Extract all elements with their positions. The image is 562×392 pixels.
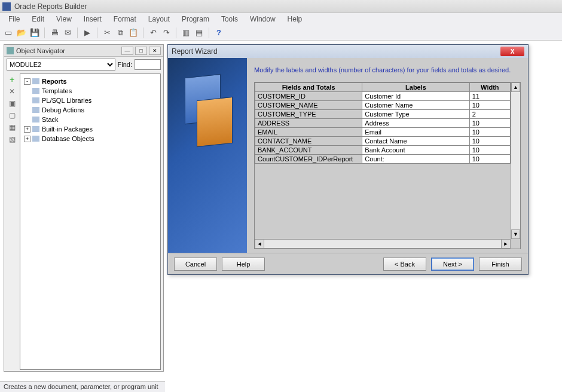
back-button[interactable]: < Back	[383, 258, 426, 271]
help-icon[interactable]: ?	[213, 27, 225, 39]
tree-item[interactable]: +Built-in Packages	[22, 124, 159, 134]
minimize-icon[interactable]: —	[121, 47, 133, 55]
navigator-tree[interactable]: -ReportsTemplatesPL/SQL LibrariesDebug A…	[20, 74, 161, 370]
app-title: Oracle Reports Builder	[14, 2, 87, 11]
wizard-titlebar: Report Wizard X	[168, 45, 528, 58]
table-row[interactable]: CUSTOMER_TYPECustomer Type2	[255, 110, 511, 119]
scroll-right-icon[interactable]: ►	[501, 239, 511, 249]
close-icon[interactable]: ✕	[149, 47, 161, 55]
cell-width[interactable]: 10	[469, 137, 510, 146]
add-icon[interactable]: +	[7, 75, 17, 84]
navigator-title: Object Navigator	[16, 47, 120, 54]
table-row[interactable]: CUSTOMER_IDCustomer Id11	[255, 92, 511, 101]
cell-field: EMAIL	[255, 128, 362, 137]
tree-item-label: Database Objects	[42, 135, 94, 142]
cell-field: CONTACT_NAME	[255, 137, 362, 146]
table-row[interactable]: CUSTOMER_NAMECustomer Name10	[255, 101, 511, 110]
tree-item[interactable]: +Database Objects	[22, 134, 159, 143]
cell-width[interactable]: 10	[469, 155, 510, 164]
menu-edit[interactable]: Edit	[26, 14, 50, 24]
table-h-scrollbar[interactable]: ◄ ►	[255, 239, 511, 249]
maximize-icon[interactable]: □	[135, 47, 147, 55]
scroll-down-icon[interactable]: ▼	[511, 229, 520, 239]
table-row[interactable]: ADDRESSAddress10	[255, 119, 511, 128]
tree-item[interactable]: Templates	[22, 86, 159, 96]
find-input[interactable]	[135, 59, 161, 70]
tree-node-icon	[32, 97, 39, 103]
wizard-close-icon[interactable]: X	[500, 47, 524, 56]
menu-format[interactable]: Format	[108, 14, 142, 24]
new-icon[interactable]: ▭	[2, 27, 14, 39]
tool2-icon[interactable]: ▤	[193, 27, 205, 39]
group-icon[interactable]: ▦	[7, 122, 17, 132]
table-row[interactable]: BANK_ACCOUNTBank Account10	[255, 146, 511, 155]
save-icon[interactable]: 💾	[29, 27, 41, 39]
menu-help[interactable]: Help	[282, 14, 309, 24]
expand-icon[interactable]: ▣	[7, 99, 17, 108]
cell-label[interactable]: Email	[362, 128, 469, 137]
table-row[interactable]: CountCUSTOMER_IDPerReportCount:10	[255, 155, 511, 164]
redo-icon[interactable]: ↷	[160, 27, 172, 39]
tree-node-icon	[32, 88, 39, 94]
tree-item[interactable]: Stack	[22, 115, 159, 124]
cut-icon[interactable]: ✂	[101, 27, 113, 39]
copy-icon[interactable]: ⧉	[114, 27, 126, 39]
table-v-scrollbar[interactable]: ▲ ▼	[511, 82, 520, 239]
tree-item-label: Templates	[42, 87, 72, 94]
tool-icon[interactable]: ▥	[180, 27, 192, 39]
tree-item-label: Built-in Packages	[42, 125, 93, 133]
col-width: Width	[469, 83, 510, 92]
undo-icon[interactable]: ↶	[147, 27, 159, 39]
cell-width[interactable]: 10	[469, 101, 510, 110]
cell-label[interactable]: Address	[362, 119, 469, 128]
cell-label[interactable]: Customer Name	[362, 101, 469, 110]
wizard-instruction: Modify the labels and widths (number of …	[254, 66, 521, 74]
tree-expand-icon[interactable]: +	[24, 126, 30, 133]
cell-width[interactable]: 10	[469, 146, 510, 155]
tree-expand-icon[interactable]: -	[24, 78, 30, 85]
next-button[interactable]: Next >	[431, 258, 474, 271]
menu-insert[interactable]: Insert	[78, 14, 108, 24]
scroll-left-icon[interactable]: ◄	[255, 239, 264, 249]
fields-table[interactable]: Fields and Totals Labels Width CUSTOMER_…	[255, 82, 511, 164]
group2-icon[interactable]: ▧	[7, 134, 17, 144]
menu-view[interactable]: View	[50, 14, 78, 24]
table-row[interactable]: EMAILEmail10	[255, 128, 511, 137]
table-row[interactable]: CONTACT_NAMEContact Name10	[255, 137, 511, 146]
tree-item-label: Debug Actions	[42, 106, 84, 114]
tree-item[interactable]: Debug Actions	[22, 105, 159, 115]
open-icon[interactable]: 📂	[16, 27, 28, 39]
mail-icon[interactable]: ✉	[62, 27, 74, 39]
cell-field: CUSTOMER_ID	[255, 92, 362, 101]
cell-width[interactable]: 2	[469, 110, 510, 119]
remove-icon[interactable]: ✕	[7, 87, 17, 96]
cell-width[interactable]: 10	[469, 119, 510, 128]
menu-file[interactable]: File	[2, 14, 26, 24]
cancel-button[interactable]: Cancel	[174, 258, 217, 271]
menu-program[interactable]: Program	[176, 14, 215, 24]
run-icon[interactable]: ▶	[81, 27, 93, 39]
scroll-up-icon[interactable]: ▲	[511, 82, 520, 92]
print-icon[interactable]: 🖶	[48, 27, 60, 39]
cell-label[interactable]: Customer Type	[362, 110, 469, 119]
cell-label[interactable]: Bank Account	[362, 146, 469, 155]
menu-window[interactable]: Window	[244, 14, 282, 24]
cell-field: ADDRESS	[255, 119, 362, 128]
tree-expand-icon[interactable]: +	[24, 136, 30, 142]
cell-width[interactable]: 11	[469, 92, 510, 101]
collapse-icon[interactable]: ▢	[7, 111, 17, 120]
help-button[interactable]: Help	[222, 258, 265, 271]
fields-table-wrap: Fields and Totals Labels Width CUSTOMER_…	[254, 82, 521, 249]
cell-label[interactable]: Contact Name	[362, 137, 469, 146]
cell-label[interactable]: Customer Id	[362, 92, 469, 101]
toolbar: ▭ 📂 💾 🖶 ✉ ▶ ✂ ⧉ 📋 ↶ ↷ ▥ ▤ ?	[0, 25, 562, 41]
module-select[interactable]: MODULE2	[7, 59, 115, 71]
paste-icon[interactable]: 📋	[127, 27, 139, 39]
menu-layout[interactable]: Layout	[142, 14, 176, 24]
tree-item[interactable]: -Reports	[22, 76, 159, 86]
tree-item[interactable]: PL/SQL Libraries	[22, 96, 159, 105]
menu-tools[interactable]: Tools	[215, 14, 244, 24]
cell-width[interactable]: 10	[469, 128, 510, 137]
finish-button[interactable]: Finish	[479, 258, 522, 271]
cell-label[interactable]: Count:	[362, 155, 469, 164]
